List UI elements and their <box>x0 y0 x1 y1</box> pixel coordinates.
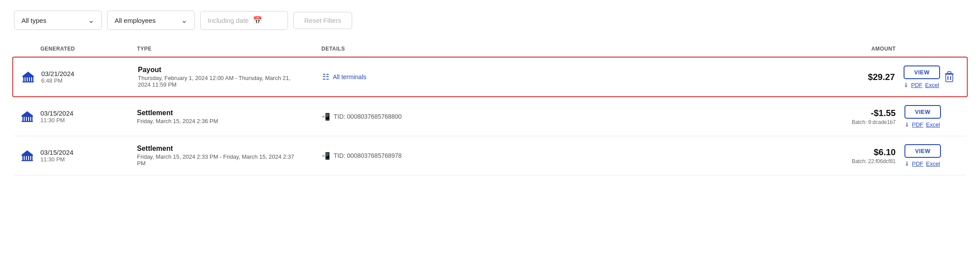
svg-rect-1 <box>23 77 25 81</box>
svg-rect-10 <box>946 74 953 82</box>
amount-value: -$1.55 <box>808 108 896 118</box>
view-button[interactable]: VIEW <box>904 66 940 79</box>
col-icon <box>14 46 40 52</box>
col-generated: GENERATED <box>40 46 137 52</box>
terminal-icon: 📲 <box>321 113 330 121</box>
pdf-link[interactable]: PDF <box>911 82 922 88</box>
table-header: GENERATED TYPE DETAILS AMOUNT <box>14 42 966 57</box>
type-name: Settlement <box>137 109 321 117</box>
employee-filter-chevron-icon: ⌄ <box>181 15 187 25</box>
employee-filter-dropdown[interactable]: All employees ⌄ <box>107 11 195 30</box>
amount-col: -$1.55 Batch: 9:dcade1b7 <box>808 108 904 125</box>
details-col: ☷ All terminals <box>322 72 807 82</box>
col-details: DETAILS <box>321 46 808 52</box>
type-filter-chevron-icon: ⌄ <box>88 15 94 25</box>
col-amount: AMOUNT <box>808 46 904 52</box>
type-detail: Friday, March 15, 2024 2:33 PM - Friday,… <box>137 153 304 167</box>
view-button[interactable]: VIEW <box>904 144 941 158</box>
batch-label: Batch: 9:dcade1b7 <box>808 119 896 125</box>
tid-label: TID: 0008037685768978 <box>334 152 402 159</box>
svg-rect-21 <box>22 155 33 156</box>
amount-col: $29.27 <box>807 72 904 82</box>
pdf-link[interactable]: PDF <box>912 121 923 128</box>
excel-link[interactable]: Excel <box>925 82 939 88</box>
actions-col: VIEW ⇓ PDF Excel <box>904 105 941 128</box>
svg-rect-3 <box>28 77 29 81</box>
view-button[interactable]: VIEW <box>904 105 941 119</box>
actions-col: VIEW ⇓ PDF Excel <box>904 66 940 88</box>
svg-rect-27 <box>22 160 33 161</box>
terminal-icon: 📲 <box>321 152 330 160</box>
svg-rect-0 <box>22 76 34 77</box>
row-time: 11:30 PM <box>40 117 137 124</box>
excel-link[interactable]: Excel <box>926 121 940 128</box>
download-links: ⇓ PDF Excel <box>904 160 940 167</box>
download-icon: ⇓ <box>904 160 909 167</box>
bank-icon <box>14 149 40 162</box>
download-links: ⇓ PDF Excel <box>904 82 939 88</box>
svg-rect-15 <box>25 117 26 121</box>
type-filter-dropdown[interactable]: All types ⌄ <box>14 11 102 30</box>
svg-rect-22 <box>22 156 24 160</box>
svg-rect-14 <box>22 117 24 121</box>
svg-rect-9 <box>948 72 951 73</box>
generated-col: 03/21/2024 6:48 PM <box>41 70 138 84</box>
svg-rect-16 <box>27 117 28 121</box>
row-date: 03/15/2024 <box>40 149 137 156</box>
delete-button[interactable] <box>944 71 954 83</box>
details-link[interactable]: All terminals <box>333 73 366 80</box>
type-name: Settlement <box>137 145 321 153</box>
svg-rect-4 <box>30 77 31 81</box>
row-date: 03/15/2024 <box>40 109 137 117</box>
row-time: 11:30 PM <box>40 156 137 163</box>
row-actions: VIEW ⇓ PDF Excel <box>904 144 966 167</box>
svg-rect-6 <box>22 81 34 83</box>
svg-rect-5 <box>32 77 33 81</box>
details-col: 📲 TID: 0008037685768978 <box>321 152 808 160</box>
bank-icon <box>15 70 41 84</box>
generated-col: 03/15/2024 11:30 PM <box>40 109 137 124</box>
svg-rect-26 <box>31 156 32 160</box>
svg-rect-17 <box>29 117 30 121</box>
svg-rect-2 <box>25 77 27 81</box>
download-icon: ⇓ <box>904 82 908 88</box>
excel-link[interactable]: Excel <box>926 160 940 167</box>
type-filter-label: All types <box>22 17 47 24</box>
svg-rect-19 <box>22 121 33 122</box>
svg-rect-25 <box>29 156 30 160</box>
date-filter-placeholder: Including date <box>208 17 249 24</box>
reset-filters-button[interactable]: Reset Filters <box>293 12 352 29</box>
svg-rect-18 <box>31 117 32 121</box>
svg-marker-20 <box>22 111 33 116</box>
svg-rect-12 <box>950 76 951 80</box>
svg-marker-28 <box>22 150 33 155</box>
date-filter-input[interactable]: Including date 📅 <box>200 11 288 30</box>
page-container: All types ⌄ All employees ⌄ Including da… <box>0 0 980 262</box>
download-icon: ⇓ <box>904 121 909 128</box>
table-row: 03/15/2024 11:30 PM Settlement Friday, M… <box>14 136 966 175</box>
amount-value: $6.10 <box>808 147 896 157</box>
table-row: 03/21/2024 6:48 PM Payout Thursday, Febr… <box>12 57 968 97</box>
type-detail: Friday, March 15, 2024 2:36 PM <box>137 118 304 124</box>
pdf-link[interactable]: PDF <box>912 160 923 167</box>
col-actions <box>904 46 966 52</box>
type-col: Settlement Friday, March 15, 2024 2:33 P… <box>137 145 321 167</box>
svg-rect-11 <box>948 76 948 80</box>
row-actions: VIEW ⇓ PDF Excel <box>904 66 965 88</box>
calendar-icon: 📅 <box>253 16 262 25</box>
type-col: Settlement Friday, March 15, 2024 2:36 P… <box>137 109 321 124</box>
generated-col: 03/15/2024 11:30 PM <box>40 149 137 163</box>
bank-icon <box>14 110 40 123</box>
row-date: 03/21/2024 <box>41 70 138 77</box>
reports-table: GENERATED TYPE DETAILS AMOUNT <box>14 42 966 175</box>
table-row: 03/15/2024 11:30 PM Settlement Friday, M… <box>14 97 966 136</box>
type-detail: Thursday, February 1, 2024 12:00 AM - Th… <box>138 75 305 88</box>
type-name: Payout <box>138 66 322 74</box>
download-links: ⇓ PDF Excel <box>904 121 940 128</box>
row-actions: VIEW ⇓ PDF Excel <box>904 105 966 128</box>
amount-value: $29.27 <box>807 72 895 82</box>
details-col: 📲 TID: 0008037685768800 <box>321 113 808 121</box>
grid-icon: ☷ <box>322 72 329 82</box>
col-type: TYPE <box>137 46 321 52</box>
tid-label: TID: 0008037685768800 <box>334 113 402 120</box>
